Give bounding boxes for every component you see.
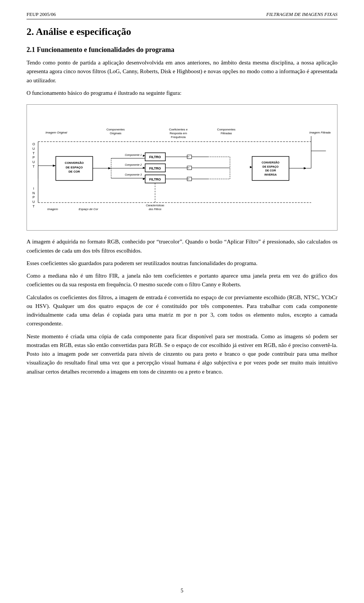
svg-text:Espaço de Cor: Espaço de Cor [79, 207, 99, 211]
header-left: FEUP 2005/06 [27, 11, 56, 17]
svg-text:I: I [33, 187, 34, 190]
paragraph-3: A imagem é adquirida no formato RGB, con… [27, 237, 337, 255]
svg-text:DE COR: DE COR [265, 169, 276, 172]
svg-text:T: T [33, 204, 35, 208]
svg-text:FILTRO: FILTRO [149, 166, 161, 170]
svg-marker-59 [250, 166, 252, 168]
svg-text:DE ESPAÇO: DE ESPAÇO [66, 166, 83, 169]
svg-text:Imagem Original: Imagem Original [46, 131, 67, 134]
svg-text:Componente 2: Componente 2 [125, 163, 142, 166]
page-number: 5 [181, 588, 184, 594]
svg-text:U: U [33, 200, 35, 204]
page-header: FEUP 2005/06 FILTRAGEM DE IMAGENS FIXAS [27, 11, 337, 19]
svg-text:Características: Características [146, 204, 165, 207]
paragraph-7: Neste momento é criada uma cópia de cada… [27, 332, 337, 376]
svg-text:Componente 3: Componente 3 [125, 173, 142, 176]
svg-text:T: T [33, 165, 35, 168]
svg-marker-14 [53, 165, 56, 167]
svg-text:FILTRO: FILTRO [149, 155, 161, 159]
svg-marker-66 [304, 167, 307, 170]
svg-text:Coeficientes e: Coeficientes e [169, 128, 188, 131]
svg-text:Componentes: Componentes [217, 128, 235, 131]
svg-text:O: O [32, 142, 35, 146]
diagram-container: O U T P U T I N P U T Imagem Original CO… [27, 104, 337, 231]
svg-marker-38 [143, 167, 145, 169]
svg-text:Resposta em: Resposta em [169, 132, 187, 135]
header-right: FILTRAGEM DE IMAGENS FIXAS [266, 11, 337, 17]
svg-marker-20 [108, 167, 111, 170]
svg-text:Filtradas: Filtradas [221, 132, 232, 135]
paragraph-2: O funcionamento básico do programa é ilu… [27, 89, 337, 97]
svg-text:Imagem: Imagem [47, 207, 58, 211]
svg-text:Imagem Filtrada: Imagem Filtrada [309, 131, 331, 134]
svg-marker-37 [143, 155, 145, 157]
svg-text:Frequência: Frequência [171, 135, 186, 139]
paragraph-1: Tendo como ponto de partida a aplicação … [27, 58, 337, 85]
paragraph-4: Esses coeficientes são guardados para po… [27, 259, 337, 268]
svg-text:Originais: Originais [110, 132, 122, 135]
svg-text:dos Filtros: dos Filtros [149, 207, 162, 211]
svg-text:DE COR: DE COR [69, 170, 80, 173]
svg-text:U: U [33, 160, 35, 164]
section-title: 2. Análise e especificação [27, 26, 337, 38]
svg-text:CONVERSÃO: CONVERSÃO [262, 161, 279, 164]
svg-text:Componentes: Componentes [107, 128, 125, 131]
svg-text:DE ESPAÇO: DE ESPAÇO [262, 165, 279, 168]
page: FEUP 2005/06 FILTRAGEM DE IMAGENS FIXAS … [0, 0, 364, 603]
svg-text:P: P [33, 155, 35, 159]
svg-text:INVERSA: INVERSA [264, 173, 277, 176]
svg-rect-60 [252, 157, 289, 181]
svg-text:P: P [33, 195, 35, 199]
svg-text:FILTRO: FILTRO [149, 177, 161, 181]
paragraph-5: Como a mediana não é um filtro FIR, a ja… [27, 272, 337, 289]
svg-text:T: T [33, 151, 35, 155]
subsection-title: 2.1 Funcionamento e funcionalidades do p… [27, 46, 337, 54]
svg-text:Componente 1: Componente 1 [125, 154, 142, 157]
svg-text:CONVERSÃO: CONVERSÃO [65, 161, 84, 165]
svg-text:U: U [33, 147, 35, 151]
paragraph-6: Calculados os coeficientes dos filtros, … [27, 293, 337, 328]
diagram-svg: O U T P U T I N P U T Imagem Original CO… [31, 108, 333, 226]
svg-text:N: N [33, 191, 35, 195]
